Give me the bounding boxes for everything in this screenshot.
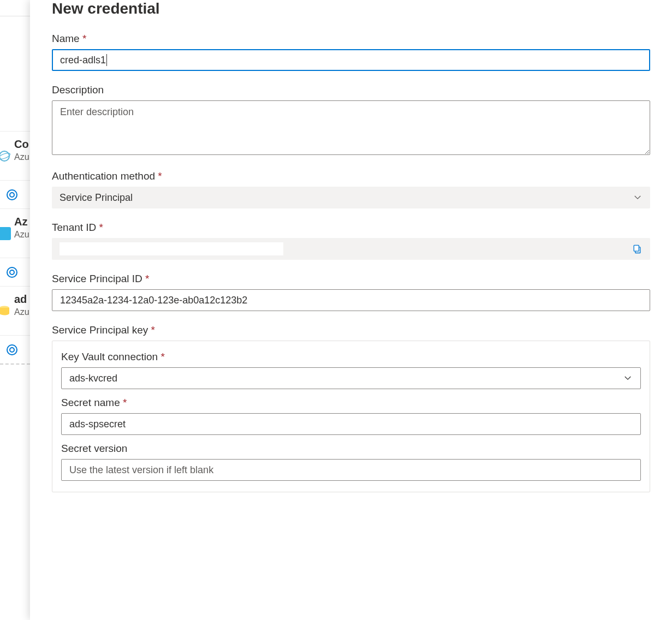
bg-row — [0, 65, 30, 131]
bg-resource-list: Co Azu Az Azu ad Azu — [0, 65, 30, 365]
sp-key-group: Key Vault connection ads-kvcred Secret n… — [52, 341, 650, 492]
svg-point-7 — [7, 345, 17, 355]
svg-point-2 — [7, 190, 17, 200]
name-input[interactable]: cred-adls1 — [52, 49, 650, 71]
bg-row — [0, 180, 30, 208]
kv-connection-value: ads-kvcred — [69, 373, 117, 384]
cosmos-db-icon — [0, 150, 11, 163]
auth-method-select[interactable]: Service Principal — [52, 187, 650, 208]
description-textarea[interactable] — [52, 100, 650, 155]
bg-row: Co Azu — [0, 131, 30, 180]
bg-item-title: Az — [14, 216, 27, 228]
bg-row: Az Azu — [0, 208, 30, 258]
sp-key-label: Service Principal key — [52, 324, 650, 336]
svg-point-4 — [7, 267, 17, 277]
sp-id-input[interactable] — [52, 289, 650, 311]
secret-name-input[interactable] — [61, 413, 641, 435]
new-credential-panel: New credential Name cred-adls1 Descripti… — [30, 0, 672, 620]
svg-point-0 — [0, 151, 9, 161]
text-cursor — [106, 54, 107, 66]
svg-point-3 — [10, 193, 14, 197]
svg-point-5 — [10, 270, 14, 275]
tenant-id-redacted — [60, 242, 283, 255]
bg-item-title: Co — [14, 138, 29, 151]
svg-point-1 — [0, 152, 11, 160]
chevron-down-icon — [633, 193, 643, 202]
auth-method-label: Authentication method — [52, 170, 650, 182]
secret-version-input[interactable] — [61, 459, 641, 481]
bg-item-title: ad — [14, 293, 27, 306]
tenant-id-label: Tenant ID — [52, 222, 650, 234]
bg-item-subtitle: Azu — [14, 230, 29, 240]
chevron-down-icon — [623, 373, 633, 383]
sp-id-label: Service Principal ID — [52, 273, 650, 285]
secret-version-label: Secret version — [61, 443, 641, 455]
target-icon — [5, 343, 19, 356]
bg-row: ad Azu — [0, 286, 30, 335]
tenant-id-field — [52, 238, 650, 260]
azure-sql-icon — [0, 227, 11, 240]
bg-row — [0, 335, 30, 363]
kv-connection-select[interactable]: ads-kvcred — [61, 367, 641, 389]
secret-name-label: Secret name — [61, 397, 641, 409]
storage-icon — [0, 305, 11, 318]
copy-icon[interactable] — [632, 243, 643, 254]
svg-rect-10 — [634, 245, 639, 251]
bg-row — [0, 258, 30, 286]
auth-method-value: Service Principal — [60, 192, 133, 204]
svg-point-8 — [10, 348, 14, 352]
panel-title: New credential — [52, 0, 650, 17]
target-icon — [5, 188, 19, 201]
name-label: Name — [52, 33, 650, 45]
bg-item-subtitle: Azu — [14, 307, 29, 317]
target-icon — [5, 266, 19, 279]
bg-dashed-divider — [0, 363, 30, 365]
kv-connection-label: Key Vault connection — [61, 351, 641, 363]
description-label: Description — [52, 84, 650, 96]
name-input-value: cred-adls1 — [60, 55, 106, 66]
bg-item-subtitle: Azu — [14, 152, 29, 162]
